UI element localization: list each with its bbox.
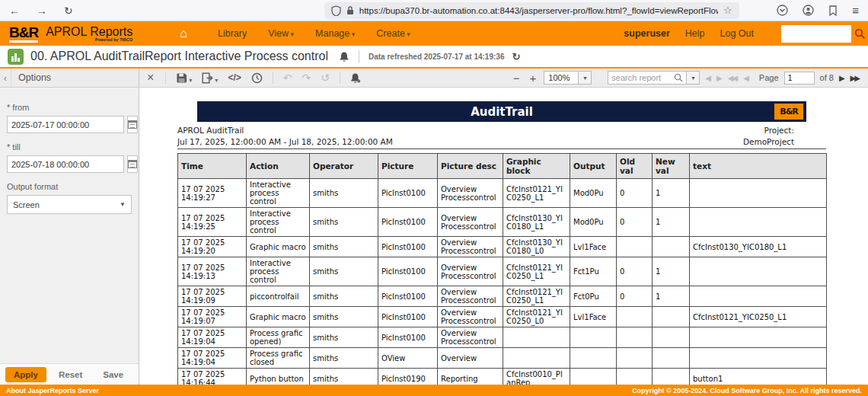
undo-all-icon[interactable]: ↺ bbox=[321, 72, 330, 83]
help-link[interactable]: Help bbox=[685, 28, 705, 39]
page-title: 00. APROL AuditTrailReport Interactive P… bbox=[30, 50, 328, 63]
options-footer: Apply Reset Save bbox=[0, 363, 139, 385]
column-header: Picture bbox=[378, 154, 438, 179]
account-icon[interactable] bbox=[803, 5, 814, 16]
global-search-icon[interactable] bbox=[851, 25, 868, 43]
table-cell: smiths bbox=[310, 179, 378, 208]
previous-page-icon[interactable]: ◀ bbox=[743, 74, 749, 82]
report-title-bar: 00. APROL AuditTrailReport Interactive P… bbox=[0, 46, 868, 67]
global-search-input[interactable] bbox=[781, 25, 851, 43]
till-date-input[interactable] bbox=[7, 155, 124, 173]
search-options-icon[interactable]: ▼ bbox=[687, 71, 700, 85]
table-cell: 0 bbox=[617, 257, 653, 286]
column-header: text bbox=[690, 154, 827, 179]
last-page-icon[interactable]: ▶▶ bbox=[850, 74, 860, 82]
from-date-input[interactable] bbox=[7, 116, 124, 133]
table-cell bbox=[690, 257, 827, 286]
lock-icon[interactable] bbox=[346, 5, 354, 15]
pocket-icon[interactable] bbox=[777, 5, 788, 16]
column-header: Operator bbox=[310, 154, 378, 179]
zoom-in-icon[interactable]: + bbox=[528, 72, 539, 85]
embed-code-button[interactable]: </> bbox=[228, 72, 241, 83]
table-cell bbox=[617, 307, 653, 327]
search-next-icon[interactable]: ▶ bbox=[716, 74, 723, 82]
table-cell: PicInst0100 bbox=[378, 307, 438, 327]
nav-item-library[interactable]: Library bbox=[218, 28, 247, 39]
table-cell: smiths bbox=[310, 257, 378, 286]
table-cell: Interactive process control bbox=[247, 208, 310, 237]
table-cell: 0 bbox=[617, 179, 653, 208]
next-page-icon[interactable]: ▶ bbox=[839, 74, 845, 82]
column-header: Time bbox=[178, 154, 247, 179]
search-report-placeholder: search report bbox=[611, 73, 674, 82]
search-prev-icon[interactable]: ◀ bbox=[705, 74, 711, 82]
table-cell: 0 bbox=[617, 286, 653, 307]
notifications-bell-icon[interactable] bbox=[339, 51, 349, 62]
export-button[interactable]: ▾ bbox=[202, 72, 218, 84]
user-menu[interactable]: superuser bbox=[624, 28, 669, 39]
table-cell: Overview Processcontrol bbox=[438, 208, 503, 237]
search-report-input[interactable]: search report bbox=[608, 71, 687, 85]
table-cell: Overview Processcontrol bbox=[438, 307, 503, 327]
zoom-out-icon[interactable]: − bbox=[511, 72, 522, 85]
zoom-level-value[interactable]: 100% bbox=[544, 71, 579, 85]
first-page-icon[interactable]: ◀◀ bbox=[728, 74, 738, 82]
table-cell: 17 07 2025 14:19:09 bbox=[178, 286, 247, 307]
table-cell: 17 07 2025 14:19:04 bbox=[178, 327, 247, 348]
browser-chrome: ← → ↻ https://bupa370.br-automation.co.a… bbox=[0, 0, 868, 21]
reset-button[interactable]: Reset bbox=[50, 367, 91, 382]
nav-item-create[interactable]: Create ▾ bbox=[376, 28, 410, 39]
table-cell: Reporting bbox=[438, 369, 503, 385]
report-name: APROL AuditTrail bbox=[177, 125, 393, 136]
redo-icon[interactable]: ↷ bbox=[302, 72, 311, 83]
table-row: 17 07 2025 14:19:09piccontrolfailsmithsP… bbox=[178, 286, 827, 307]
table-cell: Overview Processcontrol bbox=[438, 257, 503, 286]
app-footer: About JasperReports Server Copyright © 2… bbox=[0, 385, 868, 396]
table-cell: PicInst0100 bbox=[378, 286, 438, 307]
chevron-down-icon: ▾ bbox=[405, 30, 410, 38]
browser-reload-icon[interactable]: ↻ bbox=[64, 5, 73, 17]
apply-button[interactable]: Apply bbox=[5, 367, 46, 382]
from-calendar-icon[interactable] bbox=[127, 116, 138, 133]
menu-icon[interactable]: ≡ bbox=[852, 4, 859, 17]
till-calendar-icon[interactable] bbox=[127, 155, 138, 173]
shield-icon[interactable] bbox=[331, 5, 341, 16]
table-cell bbox=[617, 369, 653, 385]
browser-forward-icon[interactable]: → bbox=[37, 5, 47, 17]
copyright-text: Copyright © 2005-2024. Cloud Software Gr… bbox=[632, 387, 862, 394]
alerts-bell-icon[interactable] bbox=[350, 72, 361, 84]
project-label: Project: bbox=[743, 125, 794, 136]
output-format-select[interactable]: Screen ▼ bbox=[7, 195, 132, 214]
table-cell bbox=[570, 348, 617, 369]
zoom-dropdown-icon[interactable]: ▼ bbox=[579, 71, 592, 85]
table-cell: smiths bbox=[310, 237, 378, 257]
refresh-icon[interactable]: ↻ bbox=[512, 51, 520, 62]
undo-icon[interactable]: ↶ bbox=[283, 72, 292, 83]
logout-link[interactable]: Log Out bbox=[720, 28, 754, 39]
nav-item-view[interactable]: View ▾ bbox=[268, 28, 294, 39]
browser-back-icon[interactable]: ← bbox=[9, 5, 20, 17]
table-cell: smiths bbox=[310, 348, 378, 369]
table-cell: Lvl1Face bbox=[570, 307, 617, 327]
column-header: Picture desc bbox=[438, 154, 503, 179]
report-type-icon bbox=[8, 49, 24, 65]
table-cell bbox=[653, 348, 690, 369]
home-icon[interactable]: ⌂ bbox=[180, 27, 187, 40]
table-cell bbox=[653, 327, 690, 348]
bookmarks-sidebar-icon[interactable] bbox=[828, 5, 838, 16]
nav-item-manage[interactable]: Manage ▾ bbox=[315, 28, 355, 39]
bookmark-star-icon[interactable]: ☆ bbox=[723, 5, 732, 16]
table-cell: 1 bbox=[653, 208, 690, 237]
address-bar[interactable]: https://bupa370.br-automation.co.at:8443… bbox=[324, 2, 739, 19]
table-cell: smiths bbox=[310, 307, 378, 327]
schedule-clock-icon[interactable] bbox=[251, 72, 263, 84]
table-cell bbox=[617, 348, 653, 369]
collapse-panel-icon[interactable]: ‹ bbox=[0, 69, 11, 87]
page-number-input[interactable] bbox=[784, 72, 815, 85]
close-icon[interactable]: × bbox=[147, 71, 154, 85]
save-button[interactable]: ▾ bbox=[176, 72, 192, 84]
table-cell: 1 bbox=[653, 257, 690, 286]
table-cell: smiths bbox=[310, 286, 378, 307]
save-values-button[interactable]: Save bbox=[94, 367, 132, 382]
about-link[interactable]: About JasperReports Server bbox=[6, 387, 99, 394]
